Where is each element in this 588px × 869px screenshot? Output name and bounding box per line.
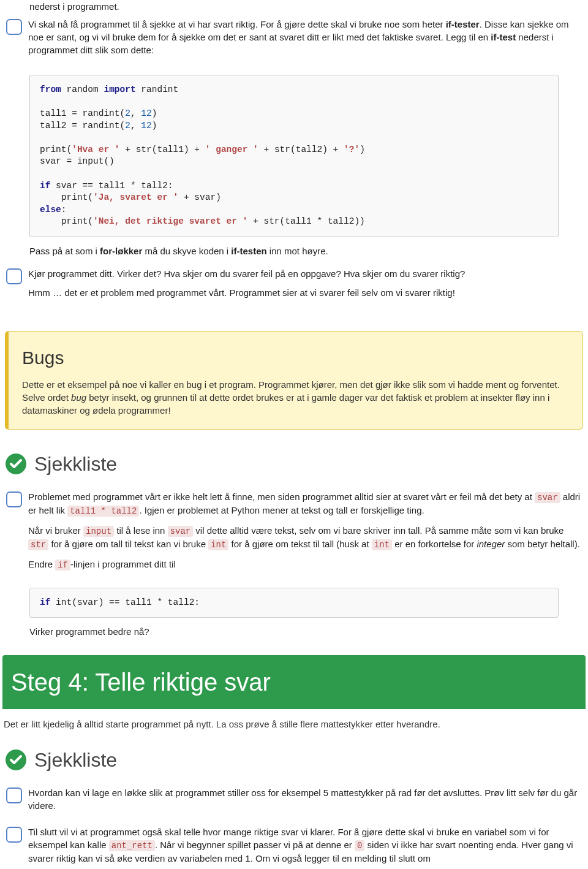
- inline-code: str: [28, 539, 48, 550]
- task-text: Kjør programmet ditt. Virker det? Hva sk…: [28, 267, 582, 305]
- checkbox[interactable]: [6, 491, 22, 507]
- task-text: Hvordan kan vi lage en løkke slik at pro…: [28, 786, 582, 818]
- inline-code: 0: [355, 840, 364, 851]
- check-circle-icon: [5, 453, 27, 475]
- code-block-2: if int(svar) == tall1 * tall2:: [29, 588, 559, 618]
- inline-code: svar: [168, 526, 194, 537]
- task-item-count: Til slutt vil vi at programmet også skal…: [1, 824, 587, 869]
- inline-code: int: [372, 539, 392, 550]
- sjekkliste-heading-1: Sjekkliste: [1, 444, 587, 489]
- checkbox[interactable]: [6, 827, 22, 843]
- inline-code: int: [208, 539, 228, 550]
- note-indent: Pass på at som i for-løkker må du skyve …: [29, 245, 582, 257]
- note-better: Virker programmet bedre nå?: [29, 625, 582, 638]
- inline-code: tall1 * tall2: [67, 506, 139, 517]
- task-text: Vi skal nå få programmet til å sjekke at…: [28, 18, 582, 63]
- checkbox[interactable]: [6, 787, 22, 803]
- code-block-1: from random import randint tall1 = randi…: [29, 75, 559, 237]
- bugs-infobox: Bugs Dette er et eksempel på noe vi kall…: [5, 331, 583, 430]
- sjekkliste-heading-2: Sjekkliste: [1, 740, 587, 785]
- task-item-if-test: Vi skal nå få programmet til å sjekke at…: [1, 17, 587, 69]
- bugs-title: Bugs: [22, 345, 569, 371]
- fragment-top: nederst i programmet.: [29, 0, 582, 13]
- task-text: Problemet med programmet vårt er ikke he…: [28, 490, 582, 578]
- checkbox[interactable]: [6, 268, 22, 284]
- inline-code: if: [55, 560, 70, 571]
- checkbox[interactable]: [6, 19, 22, 35]
- step-4-header: Steg 4: Telle riktige svar: [2, 655, 586, 709]
- task-item-loop: Hvordan kan vi lage en løkke slik at pro…: [1, 785, 587, 824]
- task-item-run: Kjør programmet ditt. Virker det? Hva sk…: [1, 266, 587, 311]
- inline-code: ant_rett: [109, 840, 155, 851]
- check-circle-icon: [5, 749, 27, 771]
- task-text: Til slutt vil vi at programmet også skal…: [28, 825, 582, 869]
- task-item-fix-int: Problemet med programmet vårt er ikke he…: [1, 489, 587, 584]
- step-4-subtitle: Det er litt kjedelig å alltid starte pro…: [1, 709, 587, 740]
- inline-code: input: [83, 526, 114, 537]
- inline-code: svar: [535, 492, 560, 503]
